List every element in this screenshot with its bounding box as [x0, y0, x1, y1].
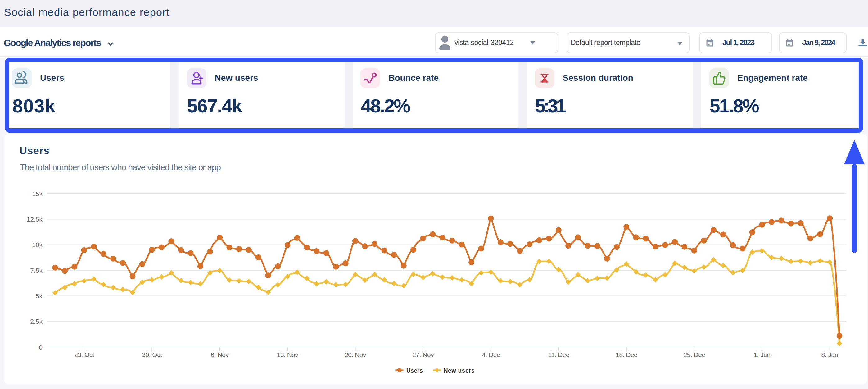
svg-text:10k: 10k [32, 241, 42, 248]
svg-text:15k: 15k [32, 190, 42, 197]
svg-text:8. Jan: 8. Jan [822, 351, 838, 358]
svg-text:12.5k: 12.5k [27, 216, 43, 223]
svg-text:2.5k: 2.5k [30, 318, 42, 325]
svg-text:27. Nov: 27. Nov [412, 351, 434, 358]
svg-text:1. Jan: 1. Jan [753, 351, 770, 358]
svg-text:0: 0 [39, 344, 42, 351]
svg-text:7.5k: 7.5k [30, 267, 42, 274]
svg-text:30. Oct: 30. Oct [142, 351, 162, 358]
svg-text:4. Dec: 4. Dec [482, 351, 500, 358]
svg-text:13. Nov: 13. Nov [277, 351, 299, 358]
svg-text:11. Dec: 11. Dec [548, 351, 569, 358]
svg-text:25. Dec: 25. Dec [684, 351, 705, 358]
svg-text:6. Nov: 6. Nov [211, 351, 229, 358]
svg-text:New users: New users [444, 367, 475, 374]
svg-text:23. Oct: 23. Oct [74, 351, 94, 358]
svg-text:Users: Users [406, 367, 423, 374]
svg-text:20. Nov: 20. Nov [345, 351, 366, 358]
svg-text:18. Dec: 18. Dec [616, 351, 637, 358]
svg-text:5k: 5k [36, 293, 43, 300]
